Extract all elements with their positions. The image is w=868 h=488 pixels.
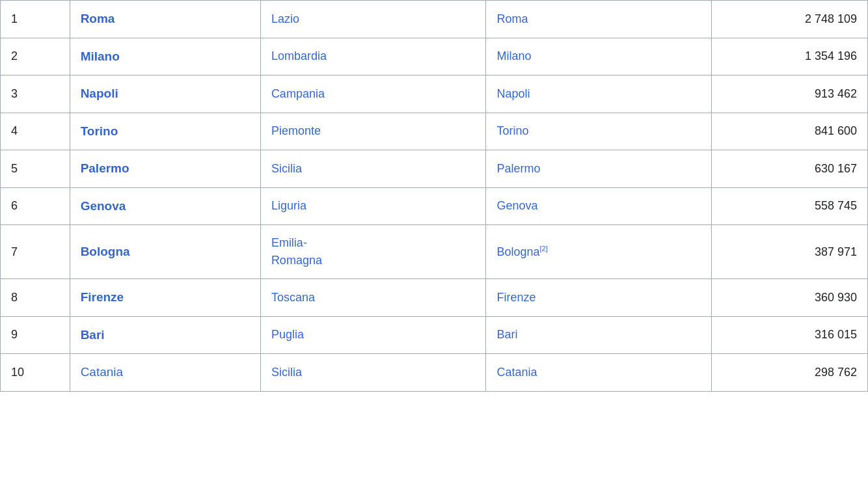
metro-cell: Bari — [486, 316, 712, 354]
city-link[interactable]: Bari — [81, 328, 105, 342]
city-link[interactable]: Torino — [81, 124, 118, 138]
metro-cell: Torino — [486, 113, 712, 150]
region-cell: Lombardia — [260, 38, 486, 75]
table-row: 2MilanoLombardiaMilano1 354 196 — [1, 38, 868, 75]
population-cell: 2 748 109 — [712, 1, 868, 38]
population-cell: 630 167 — [712, 150, 868, 188]
region-cell: Lazio — [260, 1, 486, 38]
city-link[interactable]: Roma — [81, 12, 115, 25]
rank-cell: 3 — [1, 75, 70, 113]
rank-cell: 9 — [1, 316, 70, 354]
population-cell: 1 354 196 — [712, 38, 868, 75]
city-name-cell: Napoli — [70, 75, 260, 113]
population-cell: 841 600 — [712, 113, 868, 150]
table-row: 8FirenzeToscanaFirenze360 930 — [1, 279, 868, 317]
table-row: 9BariPugliaBari316 015 — [1, 316, 868, 354]
city-link[interactable]: Milano — [81, 49, 120, 63]
table-row: 1RomaLazioRoma2 748 109 — [1, 1, 868, 38]
region-cell: Campania — [260, 75, 486, 113]
metro-cell: Napoli — [486, 75, 712, 113]
metro-link[interactable]: Catania — [496, 366, 537, 379]
table-row: 5PalermoSiciliaPalermo630 167 — [1, 150, 868, 188]
region-link[interactable]: Piemonte — [271, 124, 321, 137]
rank-cell: 8 — [1, 279, 70, 317]
table-row: 4TorinoPiemonteTorino841 600 — [1, 113, 868, 150]
metro-cell: Catania — [486, 354, 712, 392]
rank-cell: 1 — [1, 1, 70, 38]
footnote-sup: [2] — [540, 245, 548, 252]
city-name-cell: Genova — [70, 187, 260, 225]
rank-cell: 4 — [1, 113, 70, 150]
metro-link[interactable]: Torino — [496, 124, 528, 137]
main-table-container: 1RomaLazioRoma2 748 1092MilanoLombardiaM… — [0, 0, 868, 392]
rank-cell: 2 — [1, 38, 70, 75]
city-name-cell: Catania — [70, 354, 260, 392]
metro-link[interactable]: Palermo — [496, 162, 540, 175]
metro-cell: Bologna[2] — [486, 225, 712, 279]
metro-cell: Roma — [486, 1, 712, 38]
region-cell: Toscana — [260, 279, 486, 317]
city-name-cell: Bologna — [70, 225, 260, 279]
region-cell: Puglia — [260, 316, 486, 354]
population-cell: 360 930 — [712, 279, 868, 317]
city-link[interactable]: Catania — [81, 365, 124, 379]
region-link[interactable]: Liguria — [271, 199, 306, 212]
metro-cell: Palermo — [486, 150, 712, 188]
city-link[interactable]: Palermo — [81, 161, 129, 175]
population-cell: 913 462 — [712, 75, 868, 113]
table-row: 3NapoliCampaniaNapoli913 462 — [1, 75, 868, 113]
city-name-cell: Palermo — [70, 150, 260, 188]
region-link[interactable]: Lombardia — [271, 49, 327, 62]
table-row: 6GenovaLiguriaGenova558 745 — [1, 187, 868, 225]
region-cell: Liguria — [260, 187, 486, 225]
cities-table: 1RomaLazioRoma2 748 1092MilanoLombardiaM… — [0, 0, 868, 392]
population-cell: 387 971 — [712, 225, 868, 279]
rank-cell: 5 — [1, 150, 70, 188]
metro-cell: Milano — [486, 38, 712, 75]
city-name-cell: Torino — [70, 113, 260, 150]
metro-link[interactable]: Bologna[2] — [496, 245, 547, 258]
rank-cell: 6 — [1, 187, 70, 225]
table-row: 7BolognaEmilia-RomagnaBologna[2]387 971 — [1, 225, 868, 279]
metro-link[interactable]: Firenze — [496, 291, 536, 304]
region-cell: Piemonte — [260, 113, 486, 150]
metro-link[interactable]: Genova — [496, 199, 537, 212]
city-link[interactable]: Napoli — [81, 87, 118, 100]
population-cell: 558 745 — [712, 187, 868, 225]
rank-cell: 7 — [1, 225, 70, 279]
city-name-cell: Firenze — [70, 279, 260, 317]
metro-link[interactable]: Roma — [496, 12, 528, 25]
region-link[interactable]: Lazio — [271, 12, 299, 25]
region-link[interactable]: Emilia-Romagna — [271, 236, 322, 267]
table-row: 10CataniaSiciliaCatania298 762 — [1, 354, 868, 392]
metro-cell: Firenze — [486, 279, 712, 317]
region-cell: Emilia-Romagna — [260, 225, 486, 279]
region-link[interactable]: Toscana — [271, 291, 315, 304]
metro-link[interactable]: Milano — [496, 49, 531, 62]
region-cell: Sicilia — [260, 150, 486, 188]
region-link[interactable]: Campania — [271, 87, 325, 100]
city-link[interactable]: Firenze — [81, 290, 124, 304]
city-name-cell: Roma — [70, 1, 260, 38]
metro-link[interactable]: Napoli — [496, 87, 530, 100]
region-cell: Sicilia — [260, 354, 486, 392]
region-link[interactable]: Sicilia — [271, 162, 302, 175]
city-name-cell: Milano — [70, 38, 260, 75]
population-cell: 298 762 — [712, 354, 868, 392]
city-link[interactable]: Bologna — [81, 245, 130, 258]
rank-cell: 10 — [1, 354, 70, 392]
region-link[interactable]: Sicilia — [271, 366, 302, 379]
region-link[interactable]: Puglia — [271, 328, 304, 341]
metro-cell: Genova — [486, 187, 712, 225]
city-link[interactable]: Genova — [81, 199, 126, 213]
population-cell: 316 015 — [712, 316, 868, 354]
city-name-cell: Bari — [70, 316, 260, 354]
metro-link[interactable]: Bari — [496, 328, 517, 341]
